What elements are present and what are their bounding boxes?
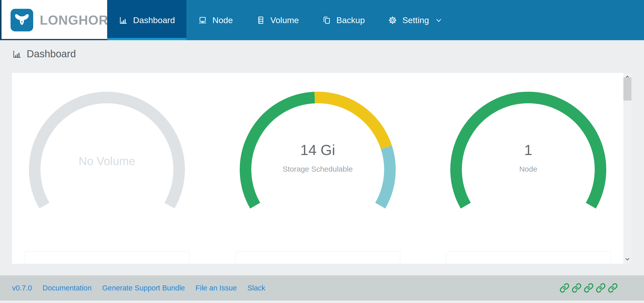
generate-support-bundle-link[interactable]: Generate Support Bundle <box>102 284 185 292</box>
tab-backup-label: Backup <box>336 15 365 25</box>
page-title: Dashboard <box>12 48 76 60</box>
scrollbar-thumb[interactable] <box>623 77 631 100</box>
node-icon <box>198 16 207 25</box>
main-nav: Dashboard Node Volume <box>107 0 454 40</box>
svg-text:No Volume: No Volume <box>78 155 135 168</box>
link-icon[interactable] <box>596 283 606 293</box>
node-gauge-column: 1Node Schedulable 1 <box>446 84 611 264</box>
svg-text:Node: Node <box>519 165 537 173</box>
tab-dashboard[interactable]: Dashboard <box>107 0 186 40</box>
version-link[interactable]: v0.7.0 <box>12 284 32 292</box>
svg-text:14 Gi: 14 Gi <box>300 142 335 158</box>
brand-name: LONGHORN <box>40 13 118 28</box>
logo-block[interactable]: LONGHORN <box>0 0 107 40</box>
gear-icon <box>388 16 397 25</box>
tab-setting-label: Setting <box>402 15 429 25</box>
documentation-link[interactable]: Documentation <box>43 284 92 292</box>
vertical-scrollbar[interactable] <box>623 73 631 264</box>
footer: v0.7.0 Documentation Generate Support Bu… <box>0 275 644 300</box>
footer-link-icons <box>559 283 618 293</box>
storage-legend-card: Schedulable 14 Gi <box>235 251 400 264</box>
longhorn-logo-icon <box>11 9 33 31</box>
top-nav-bar: LONGHORN Dashboard Node <box>0 0 644 40</box>
storage-gauge-chart: 14 GiStorage Schedulable <box>235 84 400 215</box>
dashboard-card: No Volume Healthy 0 14 GiStorage Schedul… <box>12 73 631 264</box>
tab-node-label: Node <box>212 15 233 25</box>
node-legend-card: Schedulable 1 <box>446 251 611 264</box>
scroll-down-icon[interactable] <box>625 256 630 262</box>
tab-volume-label: Volume <box>270 15 299 25</box>
svg-text:Storage Schedulable: Storage Schedulable <box>283 165 353 173</box>
tab-volume[interactable]: Volume <box>245 0 310 40</box>
link-icon[interactable] <box>572 283 582 293</box>
bar-chart-icon <box>12 49 22 59</box>
backup-icon <box>322 16 331 25</box>
volume-legend-card: Healthy 0 <box>25 251 189 264</box>
link-icon[interactable] <box>584 283 594 293</box>
file-an-issue-link[interactable]: File an Issue <box>195 284 237 292</box>
tab-setting[interactable]: Setting <box>376 0 454 40</box>
link-icon[interactable] <box>559 283 570 293</box>
tab-dashboard-label: Dashboard <box>133 15 175 25</box>
tab-node[interactable]: Node <box>186 0 244 40</box>
bar-chart-icon <box>119 16 128 25</box>
legend-row[interactable]: Schedulable 14 Gi <box>252 250 384 264</box>
legend-row[interactable]: Schedulable 1 <box>462 250 594 264</box>
svg-text:1: 1 <box>524 142 532 158</box>
volume-gauge-column: No Volume Healthy 0 <box>25 84 189 264</box>
page-title-text: Dashboard <box>27 48 76 60</box>
slack-link[interactable]: Slack <box>247 284 265 292</box>
legend-row[interactable]: Healthy 0 <box>41 250 173 264</box>
tab-backup[interactable]: Backup <box>310 0 376 40</box>
chevron-down-icon <box>435 16 442 24</box>
node-gauge-chart: 1Node <box>446 84 611 215</box>
storage-gauge-column: 14 GiStorage Schedulable Schedulable 14 … <box>235 84 400 264</box>
volume-icon <box>256 16 265 25</box>
link-icon[interactable] <box>608 283 618 293</box>
gauge-columns: No Volume Healthy 0 14 GiStorage Schedul… <box>12 73 631 264</box>
volume-gauge-chart: No Volume <box>25 84 189 215</box>
